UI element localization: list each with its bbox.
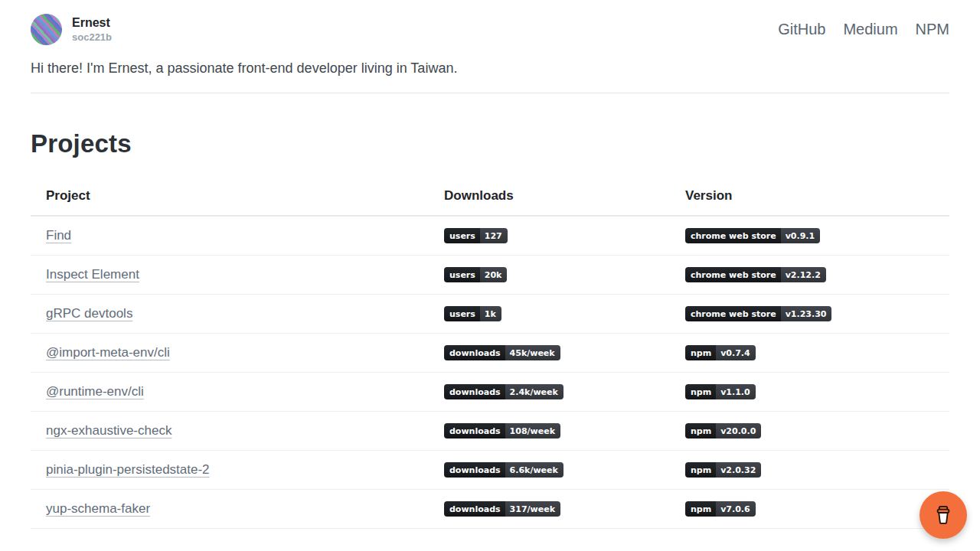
badge-value: 2.4k/week <box>505 384 564 399</box>
badge-label: npm <box>685 384 716 399</box>
downloads-badge: users127 <box>444 228 508 243</box>
badge-label: users <box>444 306 480 321</box>
badge-value: v20.0.0 <box>716 423 761 439</box>
project-link[interactable]: gRPC devtools <box>46 306 132 321</box>
badge-value: 45k/week <box>505 345 560 360</box>
page: Ernest soc221b GitHub Medium NPM Hi ther… <box>0 0 980 529</box>
badge-value: v1.1.0 <box>716 384 756 399</box>
version-badge: chrome web storev0.9.1 <box>685 228 820 243</box>
downloads-badge: downloads6.6k/week <box>444 462 564 478</box>
badge-label: npm <box>685 345 716 360</box>
table-row: yup-schema-faker downloads317/week npmv7… <box>31 489 949 528</box>
badge-value: 20k <box>480 267 508 282</box>
page-title: Projects <box>31 129 949 158</box>
badge-label: users <box>444 267 480 282</box>
coffee-cup-icon <box>930 502 956 528</box>
badge-label: downloads <box>444 462 505 478</box>
project-link[interactable]: ngx-exhaustive-check <box>46 423 172 438</box>
project-link[interactable]: Inspect Element <box>46 267 139 282</box>
badge-value: v0.9.1 <box>781 228 821 243</box>
top-nav: GitHub Medium NPM <box>778 21 949 38</box>
project-link[interactable]: Find <box>46 228 71 243</box>
nav-link-github[interactable]: GitHub <box>778 21 825 38</box>
table-header-row: Project Downloads Version <box>31 181 949 216</box>
badge-value: 1k <box>480 306 501 321</box>
badge-label: npm <box>685 462 716 478</box>
badge-label: chrome web store <box>685 267 781 282</box>
table-row: gRPC devtools users1k chrome web storev1… <box>31 294 949 333</box>
badge-value: v7.0.6 <box>716 501 756 517</box>
project-link[interactable]: @import-meta-env/cli <box>46 345 170 360</box>
downloads-badge: downloads2.4k/week <box>444 384 564 399</box>
project-link[interactable]: pinia-plugin-persistedstate-2 <box>46 462 210 477</box>
divider <box>31 93 949 93</box>
table-row: pinia-plugin-persistedstate-2 downloads6… <box>31 450 949 489</box>
table-row: @import-meta-env/cli downloads45k/week n… <box>31 333 949 372</box>
nav-link-medium[interactable]: Medium <box>843 21 897 38</box>
version-badge: chrome web storev2.12.2 <box>685 267 826 282</box>
downloads-badge: users20k <box>444 267 507 282</box>
avatar <box>31 14 62 45</box>
badge-value: v2.0.32 <box>716 462 761 478</box>
column-header-downloads: Downloads <box>444 181 685 216</box>
site-header: Ernest soc221b GitHub Medium NPM <box>31 0 949 45</box>
badge-value: v1.23.30 <box>781 306 832 321</box>
project-link[interactable]: @runtime-env/cli <box>46 384 144 399</box>
badge-value: v2.12.2 <box>781 267 826 282</box>
badge-label: npm <box>685 501 716 517</box>
buy-me-a-coffee-button[interactable] <box>920 491 967 539</box>
profile-name: Ernest <box>72 15 112 30</box>
downloads-badge: downloads45k/week <box>444 345 560 360</box>
table-row: ngx-exhaustive-check downloads108/week n… <box>31 411 949 450</box>
downloads-badge: downloads317/week <box>444 501 560 517</box>
badge-label: chrome web store <box>685 306 781 321</box>
version-badge: chrome web storev1.23.30 <box>685 306 831 321</box>
table-row: Find users127 chrome web storev0.9.1 <box>31 216 949 255</box>
identity-block: Ernest soc221b <box>72 15 112 44</box>
badge-label: users <box>444 228 480 243</box>
project-link[interactable]: yup-schema-faker <box>46 501 150 516</box>
intro-text: Hi there! I'm Ernest, a passionate front… <box>31 58 949 78</box>
version-badge: npmv2.0.32 <box>685 462 761 478</box>
projects-table: Project Downloads Version Find users127 … <box>31 181 949 529</box>
column-header-project: Project <box>31 181 444 216</box>
version-badge: npmv0.7.4 <box>685 345 756 360</box>
badge-value: 317/week <box>505 501 560 517</box>
badge-value: 6.6k/week <box>505 462 564 478</box>
downloads-badge: users1k <box>444 306 501 321</box>
version-badge: npmv20.0.0 <box>685 423 761 439</box>
version-badge: npmv7.0.6 <box>685 501 756 517</box>
table-row: Inspect Element users20k chrome web stor… <box>31 255 949 294</box>
badge-label: chrome web store <box>685 228 781 243</box>
column-header-version: Version <box>685 181 949 216</box>
badge-label: downloads <box>444 384 505 399</box>
badge-label: npm <box>685 423 716 439</box>
badge-label: downloads <box>444 423 505 439</box>
nav-link-npm[interactable]: NPM <box>916 21 949 38</box>
profile-username: soc221b <box>72 31 112 44</box>
downloads-badge: downloads108/week <box>444 423 560 439</box>
version-badge: npmv1.1.0 <box>685 384 756 399</box>
table-row: @runtime-env/cli downloads2.4k/week npmv… <box>31 372 949 411</box>
badge-value: v0.7.4 <box>716 345 756 360</box>
badge-label: downloads <box>444 501 505 517</box>
badge-value: 127 <box>480 228 508 243</box>
badge-value: 108/week <box>505 423 560 439</box>
badge-label: downloads <box>444 345 505 360</box>
